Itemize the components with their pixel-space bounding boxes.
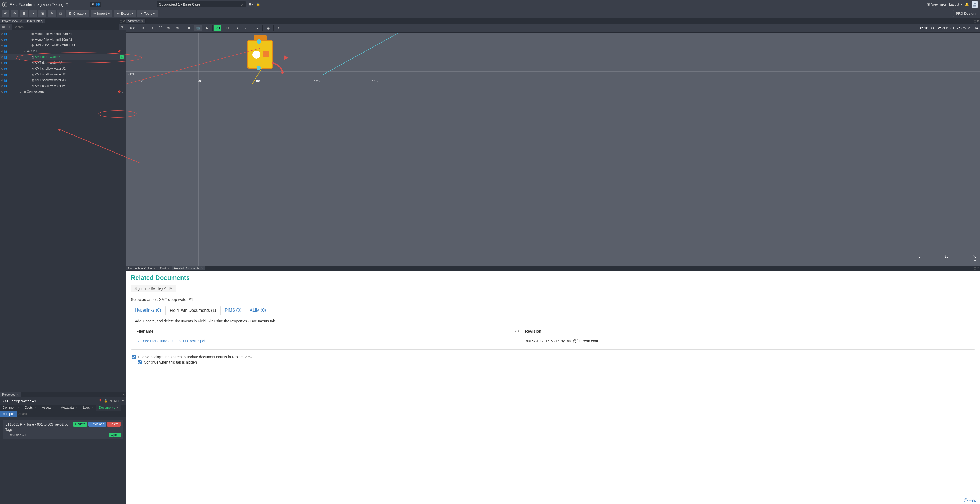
maximize-icon[interactable]: ▢	[120, 393, 122, 396]
tree-item[interactable]: ⊕👥◩XMT shallow water #3	[0, 77, 126, 83]
sort-icon[interactable]: ▲▼	[514, 330, 520, 333]
tools-dropdown[interactable]: ✖ Tools ▾	[137, 10, 158, 17]
close-icon[interactable]: ✕	[17, 406, 19, 409]
tab-pims[interactable]: PIMS (0)	[221, 306, 246, 315]
redo-button[interactable]: ↷	[11, 10, 18, 17]
tab-viewport[interactable]: Viewport ✕	[126, 19, 146, 23]
pin-icon[interactable]: 📌	[118, 50, 121, 53]
subproject-selector[interactable]: Subproject 1 - Base Case ⌄	[157, 1, 246, 7]
user-avatar[interactable]	[972, 1, 978, 8]
pin-icon[interactable]: 📍	[98, 399, 102, 403]
zoom-out-icon[interactable]: ⊖	[148, 25, 155, 32]
viewport-canvas[interactable]: -120 0 40 80 120 160 ▶	[126, 33, 980, 266]
close-icon[interactable]: ✕	[168, 267, 170, 270]
tree-item[interactable]: ⊕👥⬢Mono Pile with mill 30m #2	[0, 37, 126, 43]
close-icon[interactable]: ✕	[53, 406, 55, 409]
bell-icon[interactable]: 🔔	[965, 2, 969, 6]
checkbox-background-search[interactable]: Enable background search to update docum…	[132, 355, 974, 359]
close-icon[interactable]: ✕	[153, 267, 156, 270]
tab-fieldtwin-documents[interactable]: FieldTwin Documents (1)	[165, 306, 221, 315]
water-up-icon[interactable]: ≋↑	[166, 25, 173, 32]
column-revision[interactable]: Revision	[520, 329, 970, 333]
prop-tab-assets[interactable]: Assets✕	[39, 404, 58, 410]
close-icon[interactable]: ✕	[91, 406, 93, 409]
delete-doc-button[interactable]: Delete	[107, 422, 121, 426]
create-dropdown[interactable]: 🗎 Create ▾	[66, 10, 89, 17]
eraser-button[interactable]: ◪	[57, 10, 65, 17]
pin-icon[interactable]: 📌	[118, 90, 121, 93]
tab-cost[interactable]: Cost ✕	[158, 266, 172, 270]
play-icon[interactable]: ▶	[204, 25, 211, 32]
tab-project-view[interactable]: Project View ✕	[0, 19, 24, 23]
circle-icon[interactable]: ●	[234, 25, 241, 32]
maximize-icon[interactable]: ▢	[974, 267, 976, 270]
unlock-icon[interactable]: 🔓	[104, 399, 108, 403]
fit-screen-icon[interactable]: ⛶	[157, 25, 164, 32]
tree-search-input[interactable]	[12, 24, 119, 30]
maximize-icon[interactable]: ▢	[974, 20, 976, 22]
revisions-button[interactable]: Revisions	[88, 422, 106, 426]
record-icon[interactable]: ◉	[264, 25, 272, 32]
users-dropdown[interactable]: ▼ 👥	[90, 2, 102, 7]
tree-item[interactable]: ⊕👥⌄🖿Connections📌⌄	[0, 89, 126, 95]
close-panel-icon[interactable]: ✕	[123, 393, 125, 396]
prop-tab-common[interactable]: Common✕	[0, 404, 22, 410]
tab-hyperlinks[interactable]: Hyperlinks (0)	[131, 306, 165, 315]
document-link[interactable]: ST18681 PI - Tune - 001 to 003_rev02.pdf	[136, 339, 520, 343]
tree-item[interactable]: ⊕👥◩XMT deep water #2	[0, 60, 126, 66]
close-icon[interactable]: ✕	[17, 393, 19, 396]
checkbox-input[interactable]	[132, 355, 136, 359]
close-icon[interactable]: ✕	[75, 406, 77, 409]
tree-collapse-icon[interactable]: ⊞	[1, 25, 6, 29]
export-dropdown[interactable]: ⇤ Export ▾	[114, 10, 136, 17]
close-icon[interactable]: ✕	[34, 406, 36, 409]
sun-icon[interactable]: ☼	[243, 25, 250, 32]
layers-icon[interactable]: ≣	[186, 25, 193, 32]
water-down-icon[interactable]: ≋↓	[175, 25, 182, 32]
chevron-down-icon[interactable]: ⌄	[122, 90, 124, 93]
view-links-button[interactable]: ▣ View links	[927, 2, 947, 6]
checkbox-continue-hidden[interactable]: Continue when this tab is hidden	[132, 360, 974, 365]
chevron-down-icon[interactable]: ⌄	[122, 50, 124, 53]
zoom-in-icon[interactable]: ⊕	[139, 25, 146, 32]
tree-item[interactable]: ⊕👥◩XMT shallow water #4	[0, 83, 126, 89]
tab-properties[interactable]: Properties ✕	[0, 392, 21, 397]
import-dropdown[interactable]: ⇥ Import ▾	[91, 10, 113, 17]
undo-button[interactable]: ↶	[2, 10, 10, 17]
layout-dropdown[interactable]: Layout ▾	[949, 2, 962, 6]
checkbox-input[interactable]	[138, 360, 142, 365]
prop-tab-metadata[interactable]: Metadata✕	[58, 404, 80, 410]
tree-item[interactable]: ⊕👥◩XMT shallow water #1	[0, 66, 126, 71]
lock-icon[interactable]: 🔒	[256, 2, 260, 6]
documents-search-input[interactable]	[17, 411, 126, 417]
tab-asset-library[interactable]: Asset Library	[24, 19, 45, 23]
tree-expand-icon[interactable]: ⊡	[6, 25, 11, 29]
group-button[interactable]: ▣	[38, 10, 46, 17]
sign-in-alim-button[interactable]: Sign In to Bentley ALIM	[131, 285, 176, 292]
column-filename[interactable]: Filename	[136, 329, 153, 333]
close-panel-icon[interactable]: ✕	[977, 267, 979, 270]
settings-gear-icon[interactable]: ⚙▾	[128, 25, 135, 32]
delete-icon[interactable]: 🗑	[109, 399, 113, 403]
wrench-dropdown-icon[interactable]: ✖▾	[248, 2, 253, 6]
tab-related-documents[interactable]: Related Documents ✕	[172, 266, 206, 270]
tree-item[interactable]: ⊕👥◩XMT deep water #11	[0, 54, 126, 60]
pencil-button[interactable]: ✎	[48, 10, 56, 17]
tree-item[interactable]: ⊕👥⌄🖿XMT📌⌄	[0, 48, 126, 54]
tab-alim[interactable]: ALIM (0)	[246, 306, 270, 315]
tree-item[interactable]: ⊕👥⬢Mono Pile with mill 30m #1	[0, 31, 126, 37]
filter-icon[interactable]: ▼	[119, 25, 126, 29]
close-icon[interactable]: ✕	[116, 406, 118, 409]
mode-2d-button[interactable]: 2D	[214, 25, 221, 32]
import-documents-button[interactable]: ⇥ Import	[0, 411, 17, 417]
chevron-down-icon[interactable]: ⌄	[19, 90, 22, 93]
tree-item[interactable]: ⊕👥◩XMT shallow water #2	[0, 71, 126, 77]
close-icon[interactable]: ✕	[201, 267, 203, 270]
help-link[interactable]: ? Help	[964, 498, 976, 502]
close-icon[interactable]: ✕	[20, 20, 22, 22]
maximize-icon[interactable]: ▢	[120, 20, 122, 22]
close-icon[interactable]: ✕	[141, 20, 143, 22]
gear-icon[interactable]: ⚙	[65, 2, 68, 6]
delete-button[interactable]: 🗑	[20, 10, 28, 17]
mode-3d-button[interactable]: 3D	[223, 25, 231, 32]
